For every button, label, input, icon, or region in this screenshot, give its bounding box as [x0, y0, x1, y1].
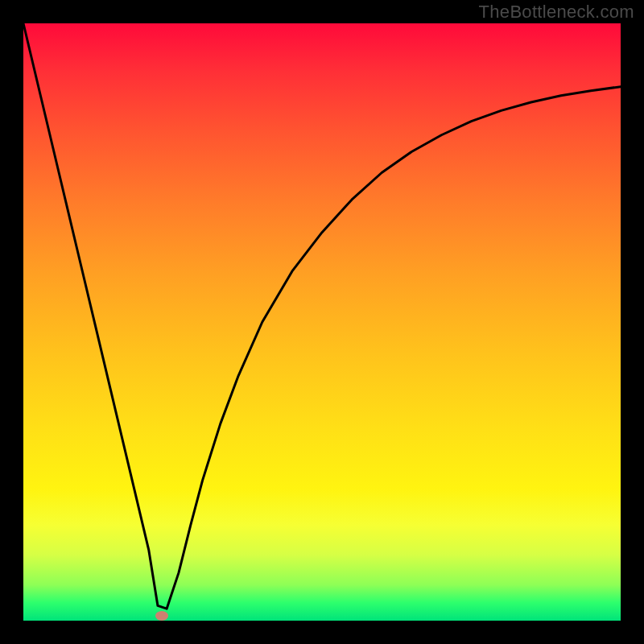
chart-frame: TheBottleneck.com: [0, 0, 644, 644]
watermark-text: TheBottleneck.com: [479, 2, 634, 23]
optimum-marker: [155, 611, 168, 621]
plot-area: [23, 23, 621, 621]
bottleneck-curve-path: [23, 23, 621, 609]
curve-svg: [23, 23, 621, 621]
